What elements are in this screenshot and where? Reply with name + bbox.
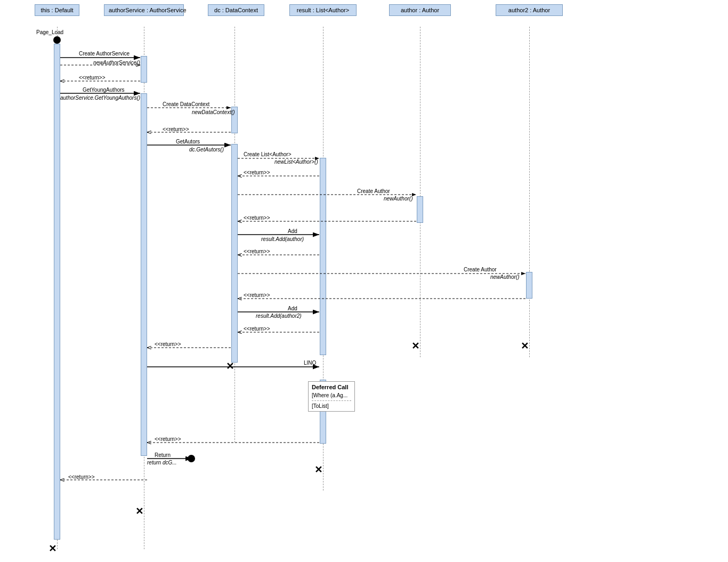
activation-this xyxy=(54,44,60,540)
destroy-dc: ✕ xyxy=(226,360,234,372)
arrows-svg xyxy=(0,0,728,562)
msg-return-7: <<return>> xyxy=(244,326,270,332)
msg-new-list: newList<Author>() xyxy=(274,159,318,165)
start-dot xyxy=(53,36,61,44)
msg-return-label: Return xyxy=(155,452,171,458)
deferred-line2: [ToList] xyxy=(312,403,351,409)
msg-return-dcg: return dcG... xyxy=(147,460,177,465)
msg-add-2: Add xyxy=(288,306,297,311)
lifeline-line-author2 xyxy=(529,27,530,357)
deferred-title: Deferred Call xyxy=(312,384,351,390)
deferred-call-box: Deferred Call [Where (a.Ag... [ToList] xyxy=(308,381,355,412)
msg-create-authorservice: Create AuthorService xyxy=(79,51,130,57)
msg-new-author2: newAuthor() xyxy=(490,274,519,280)
msg-new-dc: newDataContext() xyxy=(192,109,235,115)
lifeline-box-author2: author2 : Author xyxy=(496,4,563,16)
destroy-authorservice: ✕ xyxy=(135,505,143,517)
activation-dc-2 xyxy=(231,144,238,363)
msg-return-2: <<return>> xyxy=(163,126,189,132)
lifeline-box-author: author : Author xyxy=(389,4,451,16)
msg-new-authorservice: newAuthorService() xyxy=(93,60,140,66)
msg-return-5: <<return>> xyxy=(244,248,270,254)
activation-author2 xyxy=(526,272,532,299)
destroy-author: ✕ xyxy=(411,340,419,352)
msg-return-10: <<return>> xyxy=(68,474,94,480)
activation-authorservice-1 xyxy=(141,56,147,83)
msg-return-6: <<return>> xyxy=(244,292,270,298)
destroy-this: ✕ xyxy=(48,543,56,555)
msg-dc-getautors: dc.GetAutors() xyxy=(189,147,224,152)
destroy-author2: ✕ xyxy=(521,340,529,352)
activation-author xyxy=(417,196,423,223)
lifeline-box-this: this : Default xyxy=(35,4,79,16)
activation-result xyxy=(320,158,326,355)
msg-return-9: <<return>> xyxy=(155,436,181,442)
msg-create-author2: Create Author xyxy=(464,267,497,272)
end-dot xyxy=(188,455,195,462)
msg-result-add-author2: result.Add(author2) xyxy=(256,313,302,319)
lifeline-box-dc: dc : DataContext xyxy=(208,4,264,16)
deferred-divider xyxy=(312,400,351,401)
msg-getyoungauthors: GetYoungAuthors xyxy=(83,87,125,93)
diagram-container: this : Default authorService : AuthorSer… xyxy=(0,0,728,562)
msg-create-author: Create Author xyxy=(357,188,390,194)
lifeline-box-authorservice: authorService : AuthorService xyxy=(104,4,184,16)
msg-getautors: GetAutors xyxy=(176,139,200,144)
lifeline-box-result: result : List<Author> xyxy=(289,4,357,16)
destroy-result: ✕ xyxy=(314,464,322,476)
msg-authorservice-getyoung: authorService.GetYoungAuthors() xyxy=(60,95,140,101)
lifeline-line-author xyxy=(420,27,420,357)
msg-result-add-author: result.Add(author) xyxy=(261,236,304,242)
msg-create-dc: Create DataContext xyxy=(163,101,209,107)
msg-return-1: <<return>> xyxy=(79,75,105,81)
msg-linq: LINQ xyxy=(304,360,316,366)
msg-new-author: newAuthor() xyxy=(384,196,412,202)
msg-return-3: <<return>> xyxy=(244,170,270,175)
msg-return-4: <<return>> xyxy=(244,215,270,221)
msg-create-list: Create List<Author> xyxy=(244,151,292,157)
deferred-line1: [Where (a.Ag... xyxy=(312,392,351,398)
msg-add-1: Add xyxy=(288,228,297,234)
msg-page-load: Page_Load xyxy=(36,29,63,35)
msg-return-8: <<return>> xyxy=(155,341,181,347)
activation-authorservice-2 xyxy=(141,93,147,456)
